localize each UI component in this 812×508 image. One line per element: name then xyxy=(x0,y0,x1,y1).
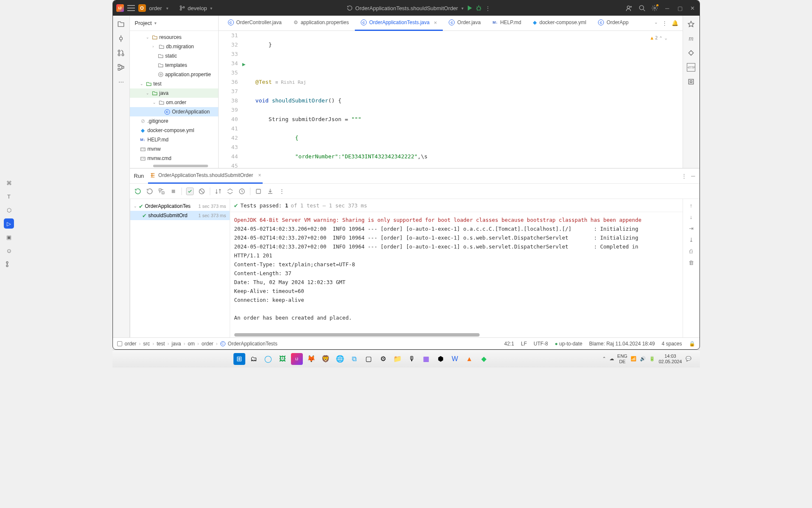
structure-tool-icon[interactable] xyxy=(117,63,125,72)
close-button[interactable]: ✕ xyxy=(689,5,696,11)
test-tree[interactable]: ⌄✔OrderApplicationTes1 sec 373 ms ✔shoul… xyxy=(130,199,230,337)
battery-icon[interactable]: 🔋 xyxy=(649,356,655,362)
files-icon[interactable]: 📁 xyxy=(392,353,403,365)
tab[interactable]: COrderController.java xyxy=(222,16,288,31)
show-ignored-icon[interactable] xyxy=(198,188,206,195)
chevron-down-icon[interactable]: ▾ xyxy=(166,6,168,11)
terminal-icon[interactable]: ▢ xyxy=(363,353,375,365)
more-icon[interactable]: ⋮ xyxy=(485,5,491,11)
main-menu-button[interactable] xyxy=(127,5,135,11)
clear-icon[interactable]: 🗑 xyxy=(689,260,694,266)
tab-active[interactable]: COrderApplicationTests.java× xyxy=(355,16,443,31)
chevron-up-icon[interactable]: ⌃ xyxy=(602,356,606,362)
scroll-up-icon[interactable]: ↑ xyxy=(690,202,693,209)
branch-name[interactable]: develop xyxy=(188,5,207,11)
vcs-status[interactable]: ● up-to-date xyxy=(555,341,582,347)
history-icon[interactable] xyxy=(238,188,246,195)
volume-icon[interactable]: 🔊 xyxy=(640,356,646,362)
readonly-icon[interactable]: 🔒 xyxy=(689,341,695,347)
notifications-icon[interactable]: 💬 xyxy=(686,356,691,362)
system-tray[interactable]: ⌃ ☁ ENGDE 📶 🔊 🔋 14:0302.05.2024 💬 xyxy=(602,353,691,364)
app-icon[interactable]: ⬢ xyxy=(435,353,447,365)
tree-node[interactable]: ◆docker-compose.yml xyxy=(130,126,218,135)
minimize-button[interactable]: ─ xyxy=(664,5,671,11)
search-icon[interactable] xyxy=(639,5,645,11)
more-icon[interactable]: ⋮ xyxy=(681,173,687,179)
tree-scrollbar[interactable] xyxy=(130,164,218,168)
tree-node[interactable]: ⊘.gitignore xyxy=(130,116,218,126)
app-icon[interactable]: 🎙 xyxy=(406,353,418,365)
toggle-auto-icon[interactable] xyxy=(158,188,165,195)
console-scrollbar[interactable] xyxy=(230,332,683,337)
tree-node[interactable]: ⌄test xyxy=(130,79,218,88)
blame-status[interactable]: Blame: Raj 11.04.2024 18:49 xyxy=(589,341,655,347)
rerun-icon[interactable] xyxy=(134,188,142,195)
tree-node[interactable]: M↓HELP.md xyxy=(130,135,218,144)
pull-requests-icon[interactable] xyxy=(117,49,125,57)
settings-icon[interactable]: ⚙ xyxy=(377,353,389,365)
tab[interactable]: ⚙application.properties xyxy=(288,16,355,31)
print-icon[interactable]: ⎙ xyxy=(689,248,693,254)
tab[interactable]: COrderApp xyxy=(592,16,630,31)
app-icon[interactable]: ▦ xyxy=(420,353,432,365)
vlc-icon[interactable]: ▲ xyxy=(464,353,475,365)
expand-icon[interactable] xyxy=(226,188,234,195)
project-tree[interactable]: ⌄resources ›db.migration static template… xyxy=(130,31,218,164)
breadcrumbs[interactable]: order› src› test› java› om› order› C Ord… xyxy=(117,341,277,347)
test-row-selected[interactable]: ✔shouldSubmitOrd1 sec 373 ms xyxy=(130,211,230,220)
commit-tool-icon[interactable] xyxy=(117,34,125,43)
word-icon[interactable]: W xyxy=(449,353,461,365)
console-output[interactable]: OpenJDK 64-Bit Server VM warning: Sharin… xyxy=(230,212,683,332)
more-icon[interactable]: ⋮ xyxy=(662,20,667,26)
tree-node[interactable]: mvnw xyxy=(130,144,218,154)
encoding[interactable]: UTF-8 xyxy=(534,341,548,347)
more-tool-icon[interactable]: ⋯ xyxy=(117,77,125,86)
tab[interactable]: COrder.java xyxy=(443,16,486,31)
tab[interactable]: ◆docker-compose.yml xyxy=(527,16,592,31)
chevron-down-icon[interactable]: ▾ xyxy=(154,21,156,25)
database-icon[interactable] xyxy=(687,49,695,57)
coverage-icon[interactable] xyxy=(687,77,695,86)
scroll-down-icon[interactable]: ↓ xyxy=(690,214,693,220)
tree-node[interactable]: templates xyxy=(130,61,218,70)
explorer-icon[interactable]: 🗂 xyxy=(248,353,260,365)
minimize-panel-icon[interactable]: ─ xyxy=(691,173,695,179)
debug-button[interactable] xyxy=(475,5,482,11)
notifications-icon[interactable]: 🔔 xyxy=(672,20,678,26)
firefox-icon[interactable]: 🦊 xyxy=(305,353,317,365)
cloud-icon[interactable]: ☁ xyxy=(609,356,614,362)
intellij-icon[interactable]: IJ xyxy=(291,353,303,365)
app-icon[interactable]: ◯ xyxy=(262,353,274,365)
settings-icon[interactable] xyxy=(651,5,658,11)
tab[interactable]: M↓HELP.md xyxy=(487,16,527,31)
tree-node[interactable]: ⌄om.order xyxy=(130,98,218,107)
maximize-button[interactable]: ▢ xyxy=(677,5,683,11)
tree-node-selected[interactable]: COrderApplication xyxy=(130,107,218,116)
code-with-me-icon[interactable] xyxy=(626,5,633,11)
project-name[interactable]: order xyxy=(149,5,162,11)
rerun-failed-icon[interactable] xyxy=(146,188,154,195)
tree-node[interactable]: mvnw.cmd xyxy=(130,154,218,163)
soft-wrap-icon[interactable]: ⇥ xyxy=(689,225,694,232)
brave-icon[interactable]: 🦁 xyxy=(320,353,332,365)
sort-icon[interactable] xyxy=(214,188,222,195)
run-tab[interactable]: OrderApplicationTests.shouldSubmitOrder … xyxy=(148,168,263,184)
scroll-to-end-icon[interactable]: ⤓ xyxy=(689,237,694,243)
line-ending[interactable]: LF xyxy=(521,341,527,347)
app-icon[interactable]: ◆ xyxy=(478,353,490,365)
maven-icon[interactable]: m xyxy=(687,34,695,43)
chrome-icon[interactable]: 🌐 xyxy=(334,353,346,365)
close-icon[interactable]: × xyxy=(258,172,261,178)
http-client-icon[interactable]: HTTP xyxy=(687,63,695,72)
show-passed-icon[interactable] xyxy=(186,188,194,195)
caret-position[interactable]: 42:1 xyxy=(504,341,514,347)
project-tool-icon[interactable] xyxy=(117,20,125,28)
ai-assistant-icon[interactable] xyxy=(687,20,695,28)
export-icon[interactable] xyxy=(266,188,274,195)
project-badge[interactable]: O xyxy=(138,4,146,12)
tree-node[interactable]: application.propertie xyxy=(130,70,218,79)
close-icon[interactable]: × xyxy=(434,19,437,26)
indent-status[interactable]: 4 spaces xyxy=(661,341,682,347)
tree-node[interactable]: ⌄java xyxy=(130,88,218,98)
test-row[interactable]: ⌄✔OrderApplicationTes1 sec 373 ms xyxy=(130,202,230,211)
